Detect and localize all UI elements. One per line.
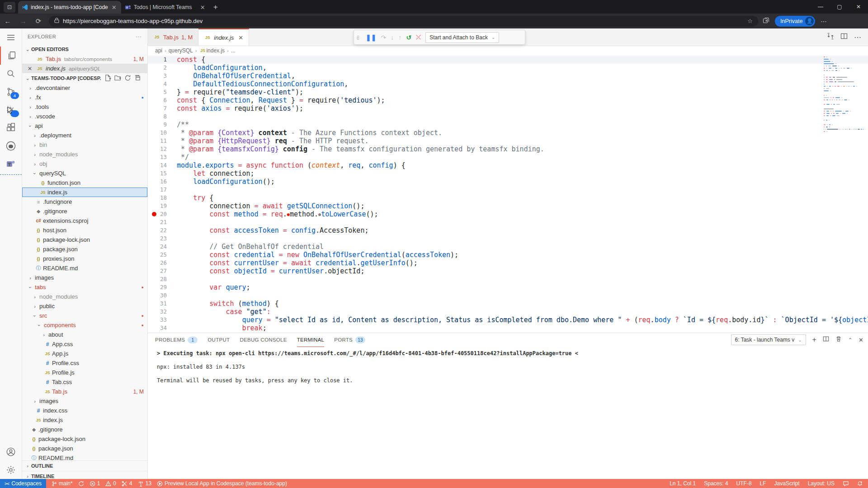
- tree-item-images[interactable]: ›images: [22, 273, 147, 282]
- code-line-2[interactable]: 2 loadConfiguration,: [148, 64, 868, 72]
- new-tab-button[interactable]: +: [213, 3, 218, 12]
- tree-item-about[interactable]: ›about: [22, 330, 147, 339]
- code-line-3[interactable]: 3 OnBehalfOfUserCredential,: [148, 72, 868, 80]
- statusbar-layout[interactable]: Layout: US: [808, 480, 835, 487]
- statusbar-preview[interactable]: Preview Local App in Codespace (teams-to…: [157, 480, 287, 487]
- tree-item-index.js[interactable]: JSindex.js: [22, 415, 147, 425]
- close-tab-icon[interactable]: ✕: [238, 34, 243, 41]
- new-folder-icon[interactable]: [114, 75, 121, 82]
- code-line-23[interactable]: 23: [148, 235, 868, 243]
- run-debug-icon[interactable]: [0, 101, 22, 119]
- tree-item-.gitignore[interactable]: ◆.gitignore: [22, 206, 147, 216]
- tree-item-images[interactable]: ›images: [22, 396, 147, 406]
- minimap[interactable]: [824, 56, 866, 133]
- panel-tab-ports[interactable]: PORTS13: [334, 333, 365, 347]
- code-line-10[interactable]: 10 * @param {Context} context - The Azur…: [148, 129, 868, 137]
- breadcrumb-item-querySQL[interactable]: querySQL: [169, 47, 193, 54]
- restart-icon[interactable]: ↺: [406, 34, 411, 41]
- tree-item-Tab.js[interactable]: JSTab.js1, M: [22, 387, 147, 396]
- explorer-more-icon[interactable]: ···: [136, 34, 142, 39]
- kill-terminal-icon[interactable]: [835, 336, 842, 344]
- breadcrumb-item-...[interactable]: ...: [231, 47, 236, 54]
- breakpoint-dot[interactable]: [152, 212, 156, 216]
- tree-item-host.json[interactable]: {}host.json: [22, 225, 147, 235]
- refresh-explorer-icon[interactable]: [124, 75, 131, 82]
- new-terminal-icon[interactable]: +: [812, 336, 816, 344]
- tree-item-bin[interactable]: ›bin: [22, 140, 147, 150]
- tree-item-.fx[interactable]: ›.fx●: [22, 93, 147, 102]
- remote-indicator[interactable]: >< Codespaces: [0, 479, 46, 488]
- extensions-icon[interactable]: [0, 119, 22, 137]
- code-line-17[interactable]: 17: [148, 186, 868, 194]
- outline-header[interactable]: ›OUTLINE: [22, 460, 147, 471]
- code-line-7[interactable]: 7const axios = require('axios');: [148, 104, 868, 113]
- back-button[interactable]: ←: [0, 17, 15, 25]
- code-line-9[interactable]: 9/**: [148, 121, 868, 129]
- github-icon[interactable]: [0, 137, 22, 155]
- editor-tab-index.js[interactable]: JSindex.js✕: [198, 28, 249, 46]
- split-editor-icon[interactable]: [840, 33, 848, 42]
- code-line-4[interactable]: 4 DefaultTediousConnectionConfiguration,: [148, 80, 868, 88]
- statusbar-utf-8[interactable]: UTF-8: [736, 480, 752, 487]
- statusbar-tools[interactable]: 4: [122, 480, 132, 487]
- account-icon[interactable]: [0, 443, 22, 461]
- tree-item-proxies.json[interactable]: {}proxies.json: [22, 254, 147, 263]
- open-editor-index.js[interactable]: ✕JSindex.jsapi/querySQL: [22, 64, 147, 73]
- tree-item-public[interactable]: ›public: [22, 301, 147, 311]
- teams-toolkit-icon[interactable]: T: [0, 155, 22, 175]
- project-root-header[interactable]: ⌄TEAMS-TODO-APP [CODESP...: [22, 73, 147, 83]
- code-line-29[interactable]: 29 var query;: [148, 283, 868, 291]
- code-line-8[interactable]: 8: [148, 113, 868, 121]
- split-terminal-icon[interactable]: [823, 336, 829, 344]
- tree-item-package.json[interactable]: {}package.json: [22, 444, 147, 453]
- statusbar-branch[interactable]: main*: [52, 480, 73, 487]
- tree-item-.tools[interactable]: ›.tools: [22, 102, 147, 112]
- favorites-star-icon[interactable]: ☆: [747, 18, 753, 24]
- panel-tab-debug-console[interactable]: DEBUG CONSOLE: [240, 333, 287, 347]
- statusbar-sync[interactable]: [78, 481, 84, 487]
- disconnect-icon[interactable]: ⤬: [416, 33, 421, 41]
- editor-tab-Tab.js[interactable]: JSTab.js1, M: [148, 28, 198, 46]
- open-changes-icon[interactable]: [827, 33, 834, 42]
- refresh-button[interactable]: ⟳: [31, 17, 46, 25]
- statusbar-error[interactable]: 1: [90, 480, 100, 487]
- tree-item-package.json[interactable]: {}package.json: [22, 244, 147, 254]
- tree-item-.devcontainer[interactable]: ›.devcontainer: [22, 83, 147, 93]
- code-line-14[interactable]: 14module.exports = async function (conte…: [148, 161, 868, 169]
- new-file-icon[interactable]: [104, 75, 111, 82]
- statusbar-bell[interactable]: [857, 481, 863, 487]
- tree-item-obj[interactable]: ›obj: [22, 159, 147, 169]
- panel-tab-terminal[interactable]: TERMINAL: [297, 333, 325, 347]
- browser-tab-1[interactable]: TTodos | Microsoft Teams✕: [121, 1, 210, 14]
- tree-item-api[interactable]: ›api: [22, 121, 147, 131]
- code-line-25[interactable]: 25 const credential = new OnBehalfOfUser…: [148, 251, 868, 259]
- maximize-panel-icon[interactable]: ⌃: [848, 337, 852, 343]
- statusbar-feedback[interactable]: [843, 481, 849, 487]
- terminal-output[interactable]: > Executing task: npx open-cli https://t…: [148, 347, 868, 384]
- close-tab-icon[interactable]: ✕: [111, 4, 118, 11]
- editor-more-actions-icon[interactable]: ⋯: [854, 33, 862, 42]
- code-line-11[interactable]: 11 * @param {HttpRequest} req - The HTTP…: [148, 137, 868, 145]
- tree-item-.gitignore[interactable]: ◆.gitignore: [22, 425, 147, 434]
- step-out-icon[interactable]: ↑: [398, 34, 401, 41]
- code-line-16[interactable]: 16 loadConfiguration();: [148, 178, 868, 186]
- statusbar-spaces[interactable]: Spaces: 4: [704, 480, 728, 487]
- terminal-picker-dropdown[interactable]: 6: Task - launch Teams v ⌄: [731, 334, 806, 345]
- tree-item-Profile.css[interactable]: #Profile.css: [22, 358, 147, 368]
- code-line-31[interactable]: 31 switch (method) {: [148, 300, 868, 308]
- step-into-icon[interactable]: ↓: [391, 34, 394, 41]
- menu-icon[interactable]: [0, 28, 22, 47]
- tree-item-index.css[interactable]: #index.css: [22, 406, 147, 415]
- code-line-15[interactable]: 15 let connection;: [148, 169, 868, 178]
- statusbar-ports[interactable]: 13: [138, 480, 151, 487]
- tree-item-README.md[interactable]: ⓘREADME.md: [22, 453, 147, 460]
- code-line-33[interactable]: 33 query = "select Id as id, Content as …: [148, 316, 868, 324]
- forward-button[interactable]: →: [15, 17, 31, 25]
- code-line-22[interactable]: 22 const accessToken = config.AccessToke…: [148, 226, 868, 235]
- close-tab-icon[interactable]: ✕: [199, 4, 206, 11]
- code-line-12[interactable]: 12 * @param {teamsfxConfig} config - The…: [148, 145, 868, 153]
- explorer-icon[interactable]: [0, 47, 23, 65]
- breadcrumb-item-index.js[interactable]: JSindex.js: [199, 47, 225, 54]
- code-line-20[interactable]: 20 const method = req.●method.●toLowerCa…: [148, 210, 868, 218]
- window-minimize-button[interactable]: —: [811, 4, 830, 10]
